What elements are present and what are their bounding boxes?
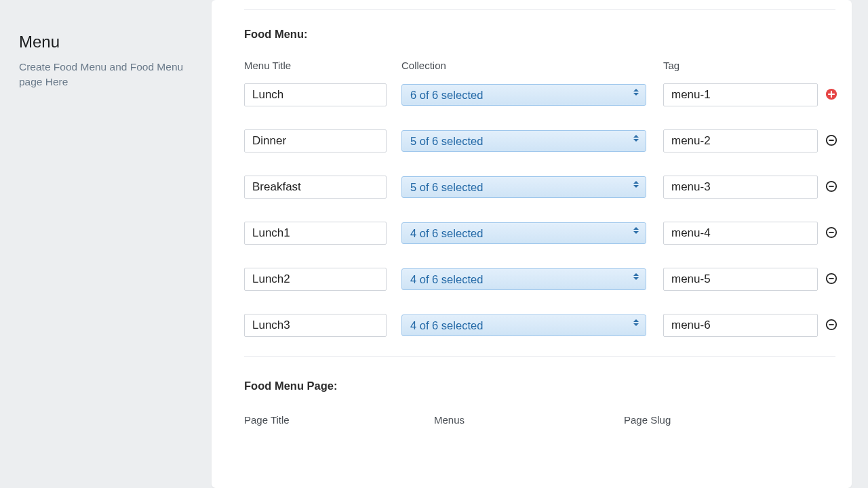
- updown-icon: [633, 319, 639, 326]
- remove-row-button[interactable]: [825, 272, 838, 286]
- col-header-page-slug: Page Slug: [624, 414, 814, 426]
- menu-title-input[interactable]: [244, 268, 387, 291]
- collection-select[interactable]: 6 of 6 selected: [401, 84, 646, 106]
- col-header-collection: Collection: [401, 60, 663, 71]
- remove-row-button[interactable]: [825, 226, 838, 240]
- menu-title-input[interactable]: [244, 176, 387, 199]
- tag-input[interactable]: [663, 83, 818, 106]
- col-header-menu-title: Menu Title: [244, 60, 401, 71]
- collection-select-label: 5 of 6 selected: [410, 135, 483, 148]
- updown-icon: [633, 181, 639, 188]
- sidebar: Menu Create Food Menu and Food Menu page…: [0, 0, 212, 488]
- page-title: Menu: [19, 33, 193, 52]
- food-menu-column-headers: Menu Title Collection Tag: [244, 60, 835, 83]
- remove-row-button[interactable]: [825, 134, 838, 148]
- collection-select[interactable]: 4 of 6 selected: [401, 222, 646, 244]
- collection-select-label: 5 of 6 selected: [410, 181, 483, 194]
- updown-icon: [633, 135, 639, 142]
- add-row-button[interactable]: [825, 88, 838, 102]
- tag-input[interactable]: [663, 268, 818, 291]
- collection-select[interactable]: 4 of 6 selected: [401, 314, 646, 336]
- menu-title-input[interactable]: [244, 314, 387, 337]
- collection-select-label: 4 of 6 selected: [410, 273, 483, 286]
- updown-icon: [633, 227, 639, 234]
- tag-input[interactable]: [663, 314, 818, 337]
- minus-circle-icon: [825, 226, 837, 241]
- page-description: Create Food Menu and Food Menu page Here: [19, 60, 193, 89]
- collection-select[interactable]: 4 of 6 selected: [401, 268, 646, 290]
- updown-icon: [633, 273, 639, 280]
- collection-select-label: 4 of 6 selected: [410, 227, 483, 240]
- collection-select-label: 4 of 6 selected: [410, 319, 483, 332]
- menu-title-input[interactable]: [244, 129, 387, 152]
- minus-circle-icon: [825, 180, 837, 195]
- menu-row: 5 of 6 selected: [244, 129, 835, 152]
- col-header-tag: Tag: [663, 60, 840, 71]
- minus-circle-icon: [825, 272, 837, 287]
- divider: [244, 356, 835, 357]
- menu-row: 4 of 6 selected: [244, 222, 835, 245]
- minus-circle-icon: [825, 134, 837, 148]
- section-heading-food-menu: Food Menu:: [244, 28, 835, 41]
- divider: [244, 9, 835, 10]
- menu-row: 4 of 6 selected: [244, 314, 835, 337]
- menu-title-input[interactable]: [244, 222, 387, 245]
- collection-select[interactable]: 5 of 6 selected: [401, 176, 646, 198]
- collection-select-label: 6 of 6 selected: [410, 89, 483, 102]
- menu-row: 5 of 6 selected: [244, 176, 835, 199]
- food-menu-rows: 6 of 6 selected5 of 6 selected5 of 6 sel…: [244, 83, 835, 337]
- updown-icon: [633, 89, 639, 96]
- col-header-menus: Menus: [434, 414, 624, 426]
- main-panel: Food Menu: Menu Title Collection Tag 6 o…: [212, 0, 852, 488]
- food-menu-page-column-headers: Page Title Menus Page Slug: [244, 411, 835, 426]
- menu-title-input[interactable]: [244, 83, 387, 106]
- menu-row: 6 of 6 selected: [244, 83, 835, 106]
- plus-circle-icon: [825, 88, 837, 102]
- tag-input[interactable]: [663, 176, 818, 199]
- tag-input[interactable]: [663, 129, 818, 152]
- remove-row-button[interactable]: [825, 319, 838, 332]
- section-heading-food-menu-page: Food Menu Page:: [244, 380, 835, 392]
- collection-select[interactable]: 5 of 6 selected: [401, 130, 646, 152]
- remove-row-button[interactable]: [825, 180, 838, 194]
- tag-input[interactable]: [663, 222, 818, 245]
- minus-circle-icon: [825, 319, 837, 333]
- col-header-page-title: Page Title: [244, 414, 434, 426]
- menu-row: 4 of 6 selected: [244, 268, 835, 291]
